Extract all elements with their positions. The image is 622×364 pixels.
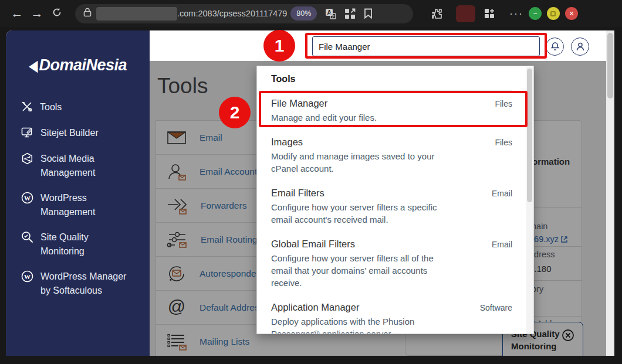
forward-icon[interactable]: → <box>27 6 47 21</box>
tools-icon <box>21 100 33 115</box>
result-category: Files <box>495 138 512 147</box>
address-bar[interactable]: .com:2083/cpsess201117479 80% A <box>75 4 413 23</box>
sidebar: ◀ DomaiNesia Tools Sitejet Builder Socia… <box>6 30 150 356</box>
sidebar-nav: Tools Sitejet Builder Social Media Manag… <box>6 100 150 298</box>
bell-icon <box>550 42 560 52</box>
sidebar-item-label: WordPress Manager by Softaculous <box>40 270 130 298</box>
svg-text:W: W <box>24 273 31 280</box>
bookmark-icon[interactable] <box>364 8 373 19</box>
cpanel-page: ◀ DomaiNesia Tools Sitejet Builder Socia… <box>6 30 606 356</box>
dropdown-section-title: Tools <box>271 74 512 91</box>
result-title: Application Manager <box>271 302 359 313</box>
logo-triangle-icon: ◀ <box>29 56 38 74</box>
sidebar-item-site-quality-monitoring[interactable]: Site Quality Monitoring <box>21 230 150 258</box>
window-minimize-button[interactable]: − <box>529 7 542 20</box>
sidebar-item-label: Sitejet Builder <box>40 126 130 140</box>
window-maximize-button[interactable] <box>547 7 560 20</box>
result-description: Modify and manage images saved to your c… <box>271 150 454 175</box>
sidebar-item-wordpress-management[interactable]: W WordPress Management <box>21 191 150 219</box>
extensions-puzzle-icon[interactable] <box>431 8 443 20</box>
annotation-box-search <box>305 33 547 59</box>
screenshot-root: ← → .com:2083/cpsess201117479 80% A <box>0 0 622 364</box>
logo-text: DomaiNesia <box>39 56 127 74</box>
sidebar-item-tools[interactable]: Tools <box>21 100 150 115</box>
sidebar-item-social-media-management[interactable]: Social Media Management <box>21 152 150 180</box>
sidebar-item-label: WordPress Management <box>40 191 130 219</box>
lock-icon <box>83 8 92 19</box>
reload-icon[interactable] <box>47 6 67 21</box>
split-screen-icon[interactable] <box>344 8 356 19</box>
redacted-domain <box>96 7 177 21</box>
sidebar-item-label: Site Quality Monitoring <box>40 230 130 258</box>
notifications-button[interactable] <box>546 38 564 56</box>
social-media-icon <box>21 152 33 168</box>
result-application-manager[interactable]: Application Manager Software Deploy appl… <box>271 295 512 334</box>
svg-text:W: W <box>24 195 31 202</box>
window-close-button[interactable]: × <box>565 7 578 20</box>
grid-plus-icon[interactable] <box>484 8 495 19</box>
page-scrollbar[interactable] <box>606 30 614 356</box>
wordpress-icon: W <box>21 270 33 285</box>
back-icon[interactable]: ← <box>7 6 27 21</box>
result-title: Images <box>271 137 303 148</box>
result-images[interactable]: Images Files Modify and manage images sa… <box>271 130 512 181</box>
result-title: Email Filters <box>271 188 324 199</box>
result-global-email-filters[interactable]: Global Email Filters Email Configure how… <box>271 232 512 295</box>
site-quality-icon <box>21 230 33 246</box>
result-email-filters[interactable]: Email Filters Email Configure how your s… <box>271 181 512 232</box>
page-scrollbar-thumb[interactable] <box>607 33 613 98</box>
annotation-box-file-manager <box>259 91 528 127</box>
zoom-level-badge[interactable]: 80% <box>290 6 317 21</box>
result-description: Configure how your server filters all of… <box>271 252 454 289</box>
result-description: Configure how your server filters a spec… <box>271 201 454 226</box>
result-title: Global Email Filters <box>271 239 355 250</box>
annotation-step-1: 1 <box>263 30 295 62</box>
sidebar-item-label: Social Media Management <box>40 152 130 180</box>
browser-toolbar: ← → .com:2083/cpsess201117479 80% A <box>0 0 622 27</box>
result-description: Deploy applications with the Phusion Pas… <box>271 315 454 334</box>
annotation-step-2: 2 <box>219 97 251 128</box>
sitejet-builder-icon <box>21 126 33 141</box>
wordpress-icon: W <box>21 191 33 206</box>
dropdown-scrollbar-thumb[interactable] <box>527 69 532 202</box>
profile-avatar-blurred[interactable] <box>456 5 475 22</box>
result-category: Email <box>492 189 512 198</box>
domainesia-logo[interactable]: ◀ DomaiNesia <box>6 56 150 74</box>
user-icon <box>576 42 585 52</box>
browser-menu-icon[interactable]: ··· <box>509 8 523 20</box>
result-category: Software <box>480 303 512 312</box>
sidebar-item-wordpress-manager-softaculous[interactable]: W WordPress Manager by Softaculous <box>21 270 150 298</box>
account-button[interactable] <box>571 38 589 56</box>
sidebar-item-sitejet-builder[interactable]: Sitejet Builder <box>21 126 150 141</box>
sidebar-item-label: Tools <box>40 100 129 114</box>
translate-icon[interactable]: A <box>325 8 336 19</box>
url-text[interactable]: .com:2083/cpsess201117479 <box>177 9 287 18</box>
result-category: Email <box>492 240 512 249</box>
